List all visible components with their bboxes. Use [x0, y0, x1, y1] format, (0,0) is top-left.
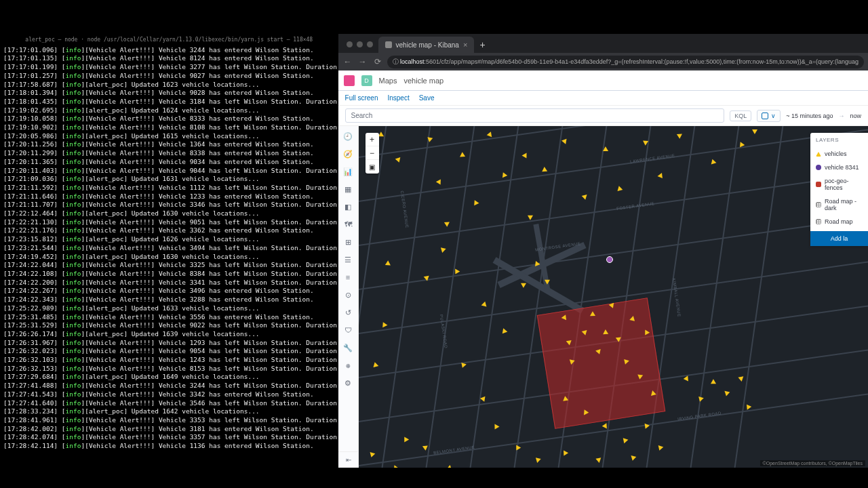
kibana-logo-icon[interactable]: [344, 75, 355, 86]
monitoring-icon[interactable]: ⎈: [343, 361, 353, 370]
layers-title: LAYERS: [810, 133, 868, 147]
vehicle-marker[interactable]: [500, 328, 507, 336]
vehicle-marker[interactable]: [528, 213, 534, 220]
close-icon[interactable]: [347, 41, 353, 47]
search-input[interactable]: Search: [345, 108, 725, 123]
dashboard-icon[interactable]: ▦: [343, 184, 353, 194]
back-button[interactable]: ←: [342, 57, 353, 66]
visualize-icon[interactable]: 📊: [343, 167, 353, 176]
vehicle-marker[interactable]: [384, 260, 391, 268]
vehicle-marker[interactable]: [623, 437, 628, 443]
address-bar[interactable]: ⓘ localhost:5601/cfz/app/maps#/map/d6fe5…: [387, 56, 864, 68]
logs-icon[interactable]: ≡: [343, 272, 353, 282]
breadcrumb-current[interactable]: vehicle map: [403, 77, 443, 85]
vehicle-marker[interactable]: [676, 131, 683, 139]
vehicle-marker[interactable]: [541, 167, 547, 171]
road-label: KIMBALL AVENUE: [671, 278, 681, 317]
log-line: [17:26:32.103] [info][Vehicle Alert!!!] …: [3, 356, 335, 365]
maximize-icon[interactable]: [367, 41, 373, 47]
infra-icon[interactable]: ☰: [343, 255, 353, 264]
vehicle-marker[interactable]: [382, 322, 388, 328]
vehicle-marker[interactable]: [521, 152, 526, 158]
zoom-in-button[interactable]: +: [366, 133, 379, 146]
vehicle-marker[interactable]: [602, 146, 608, 151]
tracked-vehicle-marker[interactable]: [606, 256, 613, 263]
vehicle-marker[interactable]: [474, 200, 479, 206]
vehicle-marker[interactable]: [371, 362, 378, 369]
apm-icon[interactable]: ⊙: [343, 290, 353, 300]
layer-item[interactable]: vehicles: [810, 147, 868, 161]
vehicle-marker[interactable]: [513, 443, 520, 450]
layer-item[interactable]: vehicle 8341: [810, 161, 868, 174]
vehicle-marker[interactable]: [581, 192, 589, 200]
devtools-icon[interactable]: 🔧: [343, 343, 353, 352]
vehicle-marker[interactable]: [535, 261, 540, 267]
browser-tab[interactable]: vehicle map - Kibana ×: [378, 37, 475, 53]
terminal-window[interactable]: alert_poc — node · node /usr/local/Cella…: [0, 34, 338, 468]
log-line: [17:24:22.267] [info][Vehicle Alert!!!] …: [3, 287, 335, 296]
vehicle-marker[interactable]: [711, 159, 717, 165]
ml-icon[interactable]: ⊞: [343, 237, 353, 247]
collapse-sidebar-icon[interactable]: ⇤: [338, 451, 359, 468]
vehicle-marker[interactable]: [435, 180, 442, 186]
app-switcher-icon[interactable]: D: [361, 75, 372, 86]
breadcrumb-maps[interactable]: Maps: [379, 77, 397, 85]
vehicle-marker[interactable]: [460, 152, 467, 159]
vehicle-marker[interactable]: [395, 155, 402, 163]
zoom-out-button[interactable]: −: [366, 146, 379, 160]
vehicle-marker[interactable]: [615, 186, 623, 193]
layer-item[interactable]: poc-geo-fences: [810, 174, 868, 195]
vehicle-marker[interactable]: [443, 220, 450, 226]
kql-toggle[interactable]: KQL: [730, 110, 751, 121]
vehicle-marker[interactable]: [683, 375, 690, 382]
layer-item[interactable]: Road map: [810, 215, 868, 228]
vehicle-marker[interactable]: [425, 135, 433, 142]
time-picker[interactable]: ∨: [757, 110, 781, 122]
vehicle-marker[interactable]: [500, 172, 507, 179]
minimize-icon[interactable]: [357, 41, 363, 47]
vehicle-marker[interactable]: [439, 247, 446, 253]
vehicle-marker[interactable]: [738, 376, 744, 382]
layer-item[interactable]: Road map - dark: [810, 195, 868, 215]
vehicle-marker[interactable]: [561, 139, 568, 145]
inspect-button[interactable]: Inspect: [387, 94, 409, 102]
vehicle-marker[interactable]: [446, 464, 452, 468]
vehicle-marker[interactable]: [643, 424, 650, 430]
vehicle-marker[interactable]: [534, 458, 540, 464]
vehicle-marker[interactable]: [629, 453, 636, 461]
fullscreen-button[interactable]: Full screen: [345, 94, 378, 102]
vehicle-marker[interactable]: [751, 129, 757, 134]
vehicle-marker[interactable]: [656, 443, 663, 451]
recent-icon[interactable]: 🕘: [343, 131, 353, 141]
vehicle-marker[interactable]: [602, 329, 608, 334]
vehicle-marker[interactable]: [480, 302, 486, 308]
vehicle-marker[interactable]: [391, 464, 398, 468]
vehicle-marker[interactable]: [460, 363, 467, 369]
vehicle-marker[interactable]: [368, 450, 375, 458]
new-tab-button[interactable]: +: [474, 39, 490, 53]
vehicle-marker[interactable]: [494, 424, 499, 429]
map-canvas[interactable]: LAWRENCE AVENUEFOSTER AVENUEMONTROSE AVE…: [359, 126, 868, 468]
vehicle-marker[interactable]: [568, 359, 574, 365]
vehicle-marker[interactable]: [711, 379, 717, 386]
vehicle-marker[interactable]: [657, 173, 663, 179]
vehicle-marker[interactable]: [724, 390, 730, 396]
vehicle-marker[interactable]: [595, 458, 601, 463]
canvas-icon[interactable]: ◧: [343, 202, 353, 211]
management-icon[interactable]: ⚙: [343, 378, 353, 388]
vehicle-marker[interactable]: [401, 436, 408, 443]
add-layer-button[interactable]: Add la: [810, 231, 868, 246]
compass-button[interactable]: ▣: [366, 160, 379, 174]
siem-icon[interactable]: 🛡: [343, 325, 353, 335]
reload-button[interactable]: ⟳: [372, 57, 383, 66]
vehicle-marker[interactable]: [744, 403, 751, 409]
uptime-icon[interactable]: ↺: [343, 308, 353, 317]
vehicle-marker[interactable]: [561, 451, 568, 458]
discover-icon[interactable]: 🧭: [343, 149, 353, 159]
vehicle-marker[interactable]: [697, 396, 704, 403]
vehicle-marker[interactable]: [480, 396, 487, 403]
maps-icon[interactable]: 🗺: [343, 220, 353, 229]
tab-close-icon[interactable]: ×: [463, 41, 467, 49]
forward-button[interactable]: →: [357, 57, 368, 66]
save-button[interactable]: Save: [419, 94, 435, 102]
